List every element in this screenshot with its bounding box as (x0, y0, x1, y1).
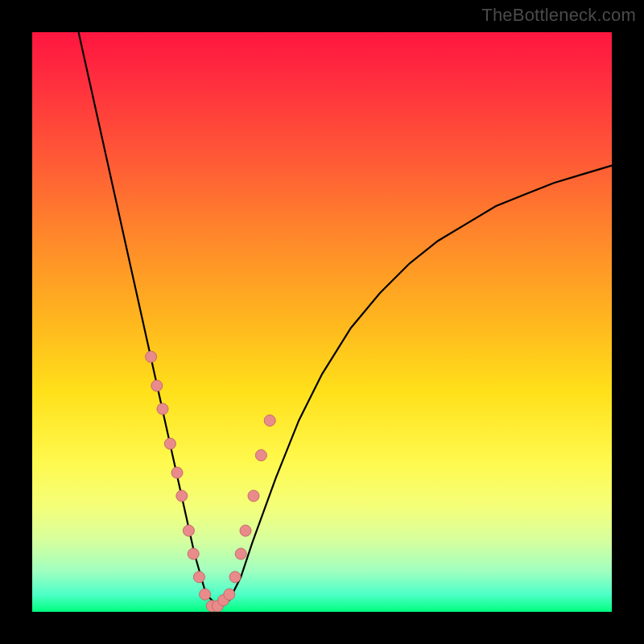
marker-dot (171, 467, 183, 478)
marker-dot (193, 572, 204, 583)
marker-dot (151, 380, 163, 391)
chart-frame: TheBottleneck.com (0, 0, 644, 644)
plot-area (32, 32, 612, 612)
marker-dot (188, 548, 199, 559)
marker-dot (240, 525, 251, 536)
watermark-text: TheBottleneck.com (481, 5, 636, 26)
marker-dot (235, 548, 246, 559)
curve-markers (146, 351, 276, 612)
marker-dot (255, 450, 266, 461)
marker-dot (200, 588, 211, 600)
marker-dot (229, 572, 241, 583)
bottleneck-curve (79, 32, 612, 606)
curve-svg (32, 32, 612, 612)
marker-dot (157, 403, 168, 415)
marker-dot (176, 490, 188, 502)
marker-dot (224, 588, 235, 600)
marker-dot (183, 525, 194, 536)
marker-dot (146, 351, 157, 362)
marker-dot (164, 438, 175, 449)
marker-dot (248, 490, 259, 502)
marker-dot (264, 415, 275, 426)
